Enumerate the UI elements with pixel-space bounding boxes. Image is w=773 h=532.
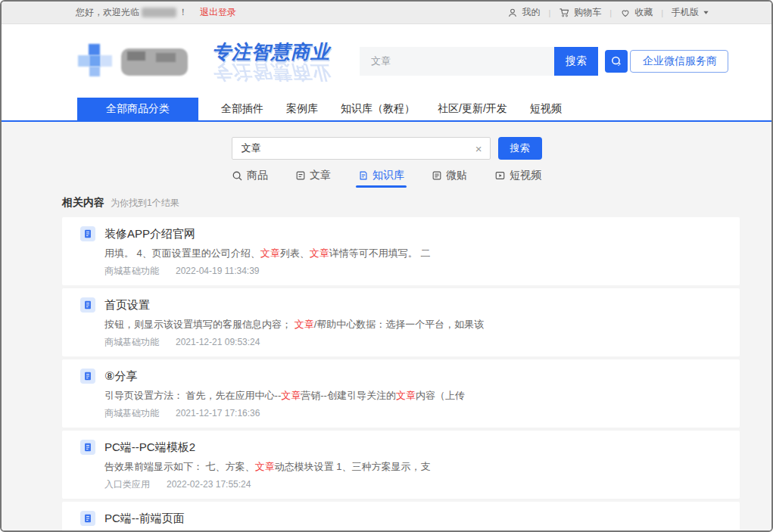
- result-card[interactable]: PC端--PC端模板2告效果前端显示如下： 七、方案、文章动态模块设置 1、三种…: [62, 431, 740, 499]
- header-search-button[interactable]: 搜索: [554, 47, 598, 76]
- separator: |: [661, 8, 663, 17]
- logo-pixel: [89, 67, 100, 76]
- topbar-link-my-account[interactable]: 我的: [507, 6, 540, 19]
- result-category: 商城基础功能: [104, 408, 159, 418]
- keyword-highlight: 文章: [255, 461, 275, 472]
- result-title[interactable]: 装修APP介绍官网: [104, 226, 195, 241]
- article-icon: [295, 170, 306, 181]
- result-description: 引导页设置方法： 首先，先在应用中心--文章营销--创建引导关注的文章内容（上传: [104, 390, 722, 402]
- keyword-highlight: 文章: [295, 319, 314, 330]
- site-logo[interactable]: [77, 42, 191, 80]
- result-list: 装修APP介绍官网用填。 4、页面设置里的公司介绍、文章列表、文章详情等可不用填…: [62, 217, 740, 530]
- topbar-link-mobile-version[interactable]: 手机版: [672, 6, 709, 19]
- nav-item-case-library[interactable]: 案例库: [286, 98, 318, 120]
- topbar-link-cart[interactable]: 购物车: [559, 6, 601, 19]
- topbar-link-favorites[interactable]: 收藏: [620, 6, 653, 19]
- result-card[interactable]: ⑧分享引导页设置方法： 首先，先在应用中心--文章营销--创建引导关注的文章内容…: [62, 359, 740, 428]
- result-description: 按钮，则显示该设置填写的客服信息内容； 文章/帮助中心数据：选择一个平台，如果该: [104, 319, 722, 331]
- knowledge-icon: [358, 170, 369, 181]
- slogan-reflection: 专注智慧商业: [212, 60, 330, 85]
- greeting-text: 您好，欢迎光临 ！: [76, 6, 188, 19]
- result-date: 2021-12-17 17:16:36: [176, 408, 260, 418]
- separator: |: [609, 8, 612, 17]
- header-search-input[interactable]: [360, 47, 554, 76]
- result-title[interactable]: PC端--前端页面: [104, 511, 185, 526]
- search-button[interactable]: 搜索: [498, 137, 542, 160]
- wecom-service-button[interactable]: 企业微信服务商: [605, 50, 728, 73]
- tab-article[interactable]: 文章: [295, 169, 331, 187]
- description-text: 营销--创建引导关注的: [301, 390, 396, 401]
- description-text: 内容（上传: [416, 390, 465, 401]
- video-icon: [494, 170, 506, 181]
- nav-all-categories[interactable]: 全部商品分类: [77, 98, 198, 120]
- results-header: 相关内容为你找到1个结果: [62, 196, 740, 210]
- doc-icon-badge: [80, 511, 95, 526]
- keyword-highlight: 文章: [281, 390, 301, 401]
- result-title[interactable]: ⑧分享: [104, 369, 137, 384]
- doc-icon: [83, 442, 93, 453]
- result-meta: 商城基础功能2021-12-21 09:53:24: [104, 337, 722, 347]
- separator: |: [548, 8, 550, 17]
- site-slogan: 专注智慧商业 专注智慧商业: [212, 39, 339, 83]
- tab-label: 文章: [310, 169, 331, 182]
- result-meta: 商城基础功能2022-04-19 11:34:39: [104, 266, 722, 276]
- wecom-label: 企业微信服务商: [630, 50, 728, 73]
- tab-knowledge[interactable]: 知识库: [358, 169, 404, 187]
- topbar-link-label: 收藏: [634, 6, 653, 19]
- result-card[interactable]: PC端--前端页面前端显示效果如下： 七、方案、文章动态模块设置 1、三种方案显…: [62, 502, 740, 530]
- description-text: 列表、: [280, 247, 310, 259]
- nav-links: 全部插件案例库知识库（教程）社区/更新/开发短视频: [198, 98, 562, 120]
- result-card[interactable]: 首页设置按钮，则显示该设置填写的客服信息内容； 文章/帮助中心数据：选择一个平台…: [62, 288, 740, 356]
- nav-item-community[interactable]: 社区/更新/开发: [438, 98, 507, 120]
- tab-micro-post[interactable]: 微贴: [432, 169, 467, 187]
- topbar: 您好，欢迎光临 ！ 退出登录 我的|购物车|收藏|手机版: [2, 2, 771, 24]
- logout-link[interactable]: 退出登录: [200, 6, 236, 19]
- description-text: 按钮，则显示该设置填写的客服信息内容；: [104, 319, 295, 330]
- result-title[interactable]: PC端--PC端模板2: [104, 440, 195, 455]
- search-input[interactable]: [232, 143, 468, 154]
- result-title-row: 首页设置: [80, 297, 722, 313]
- close-icon[interactable]: ×: [468, 143, 490, 154]
- result-date: 2022-02-23 17:55:24: [167, 479, 251, 490]
- logo-blur-blob: [127, 51, 145, 61]
- doc-icon-badge: [80, 297, 95, 313]
- tab-label: 微贴: [446, 169, 467, 182]
- greeting-prefix: 您好，欢迎光临: [76, 6, 139, 19]
- logo-blur-blob: [156, 53, 176, 62]
- result-category: 入口类应用: [104, 479, 150, 490]
- result-card[interactable]: 装修APP介绍官网用填。 4、页面设置里的公司介绍、文章列表、文章详情等可不用填…: [62, 217, 740, 285]
- logo-pixel: [101, 55, 112, 67]
- result-meta: 入口类应用2022-02-23 17:55:24: [104, 479, 722, 490]
- topbar-link-label: 我的: [522, 6, 540, 19]
- keyword-highlight: 文章: [396, 390, 416, 401]
- nav-item-short-video[interactable]: 短视频: [530, 98, 562, 120]
- result-title[interactable]: 首页设置: [104, 297, 150, 313]
- nav-item-all-plugins[interactable]: 全部插件: [221, 98, 263, 120]
- results-note: 为你找到1个结果: [111, 198, 179, 208]
- tab-goods[interactable]: 商品: [232, 169, 268, 187]
- description-text: 引导页设置方法： 首先，先在应用中心--: [104, 390, 281, 401]
- header: 专注智慧商业 专注智慧商业 搜索 企业微信服务商: [2, 24, 771, 98]
- logo-pixel: [89, 55, 101, 67]
- description-text: 详情等可不用填写。 二: [329, 247, 431, 259]
- result-meta: 商城基础功能2021-12-17 17:16:36: [104, 408, 722, 418]
- search-icon: [232, 170, 243, 182]
- greeting-suffix: ！: [179, 6, 188, 19]
- keyword-highlight: 文章: [310, 247, 329, 259]
- header-search: 搜索: [360, 47, 598, 76]
- doc-icon: [83, 300, 93, 310]
- caret-down-icon: [703, 9, 709, 16]
- result-category: 商城基础功能: [104, 337, 159, 347]
- nav-item-knowledge-base[interactable]: 知识库（教程）: [341, 98, 415, 120]
- tab-video[interactable]: 短视频: [494, 169, 541, 187]
- search-section: × 搜索: [2, 122, 771, 160]
- post-icon: [432, 170, 442, 181]
- search-input-wrap: ×: [232, 137, 491, 160]
- search-tabs: 商品文章知识库微贴短视频: [2, 169, 771, 187]
- result-title-row: PC端--前端页面: [80, 511, 722, 526]
- logo-pixel: [78, 55, 89, 67]
- result-title-row: PC端--PC端模板2: [80, 440, 722, 455]
- result-description: 告效果前端显示如下： 七、方案、文章动态模块设置 1、三种方案显示，支: [104, 461, 722, 473]
- main-nav: 全部商品分类 全部插件案例库知识库（教程）社区/更新/开发短视频: [2, 98, 771, 122]
- keyword-highlight: 文章: [260, 247, 280, 259]
